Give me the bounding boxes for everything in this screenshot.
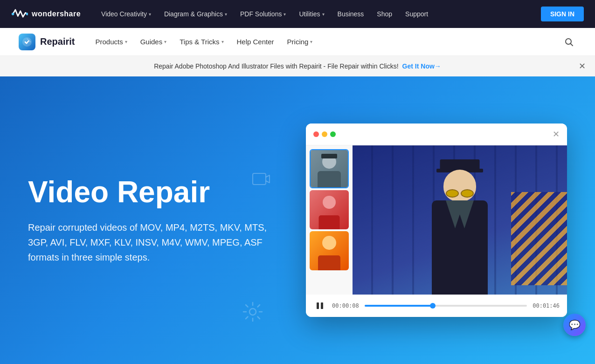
window-minimize-dot	[322, 131, 327, 137]
sub-nav-tips-tricks[interactable]: Tips & Tricks ▾	[174, 34, 229, 49]
video-thumbnails-panel	[306, 145, 353, 295]
repairit-logo-text: Repairit	[40, 36, 75, 47]
video-card-body	[306, 145, 567, 295]
total-time: 00:01:46	[533, 302, 560, 309]
video-thumbnail-3[interactable]	[310, 231, 349, 270]
chevron-down-icon: ▾	[310, 39, 312, 44]
video-controls: 00:00:08 00:01:46	[306, 295, 567, 317]
chevron-down-icon: ▾	[284, 12, 286, 17]
close-icon[interactable]: ✕	[553, 129, 560, 139]
top-nav-pdf-solutions[interactable]: PDF Solutions ▾	[235, 7, 291, 21]
video-player-card: ✕	[306, 124, 567, 317]
chat-icon: 💬	[569, 319, 581, 330]
repairit-logo[interactable]: Repairit	[19, 34, 75, 50]
sub-nav-help-center[interactable]: Help Center	[231, 34, 280, 49]
chevron-down-icon: ▾	[164, 39, 166, 44]
top-nav-links: Video Creativity ▾ Diagram & Graphics ▾ …	[96, 7, 541, 21]
sunglasses	[444, 189, 476, 199]
person-body	[432, 200, 488, 295]
svg-rect-7	[317, 302, 319, 309]
top-navigation: wondershare Video Creativity ▾ Diagram &…	[0, 0, 595, 28]
wondershare-logo[interactable]: wondershare	[11, 6, 81, 22]
video-frame	[353, 145, 567, 295]
chevron-down-icon: ▾	[225, 12, 227, 17]
announcement-banner: Repair Adobe Photoshop And Illustrator F…	[0, 56, 595, 76]
repairit-logo-icon	[19, 34, 35, 50]
search-button[interactable]	[561, 34, 576, 49]
chevron-down-icon: ▾	[221, 39, 224, 44]
chevron-down-icon: ▾	[149, 12, 151, 17]
gear-decoration-icon-bottom	[242, 302, 263, 327]
top-nav-diagram-graphics[interactable]: Diagram & Graphics ▾	[159, 7, 233, 21]
banner-text: Repair Adobe Photoshop And Illustrator F…	[154, 62, 398, 70]
person-figure	[413, 159, 506, 295]
window-close-dot	[313, 131, 319, 137]
video-thumbnail-1[interactable]	[310, 149, 349, 188]
close-icon[interactable]: ✕	[579, 61, 586, 71]
sub-nav-pricing[interactable]: Pricing ▾	[282, 34, 318, 49]
sub-navigation: Repairit Products ▾ Guides ▾ Tips & Tric…	[0, 28, 595, 56]
window-maximize-dot	[330, 131, 336, 137]
top-nav-video-creativity[interactable]: Video Creativity ▾	[96, 7, 157, 21]
face	[443, 170, 476, 201]
sub-nav-links: Products ▾ Guides ▾ Tips & Tricks ▾ Help…	[90, 34, 561, 49]
top-nav-utilities[interactable]: Utilities ▾	[293, 7, 330, 21]
person-head	[441, 159, 478, 201]
video-main-display	[353, 145, 567, 295]
progress-bar[interactable]	[365, 305, 527, 307]
sign-in-button[interactable]: SIGN IN	[541, 7, 584, 21]
pause-button[interactable]	[313, 299, 326, 312]
video-thumbnail-2[interactable]	[310, 190, 349, 229]
progress-fill	[365, 305, 433, 307]
top-nav-business[interactable]: Business	[332, 7, 370, 21]
hero-section: Video Repair Repair corrupted videos of …	[0, 76, 595, 364]
banner-cta-link[interactable]: Get It Now→	[402, 62, 441, 70]
right-lens	[461, 189, 474, 198]
hero-content: Video Repair Repair corrupted videos of …	[28, 176, 306, 264]
chat-support-button[interactable]: 💬	[563, 314, 586, 336]
chevron-down-icon: ▾	[125, 39, 127, 44]
window-controls	[313, 131, 553, 137]
svg-point-0	[12, 13, 14, 15]
sub-nav-products[interactable]: Products ▾	[90, 34, 132, 49]
top-nav-support[interactable]: Support	[400, 7, 434, 21]
video-card-header: ✕	[306, 124, 567, 145]
svg-point-6	[249, 309, 256, 315]
progress-thumb	[430, 303, 436, 309]
left-lens	[446, 189, 459, 198]
top-nav-right: SIGN IN	[541, 7, 584, 21]
hero-subtitle: Repair corrupted videos of MOV, MP4, M2T…	[28, 220, 289, 265]
jacket-right-lapel	[455, 200, 474, 228]
logo-text: wondershare	[32, 10, 81, 18]
sub-nav-guides[interactable]: Guides ▾	[135, 34, 173, 49]
current-time: 00:00:08	[332, 302, 359, 309]
chevron-down-icon: ▾	[322, 12, 325, 17]
top-nav-shop[interactable]: Shop	[371, 7, 398, 21]
svg-rect-8	[321, 302, 323, 309]
hero-title: Video Repair	[28, 176, 306, 208]
